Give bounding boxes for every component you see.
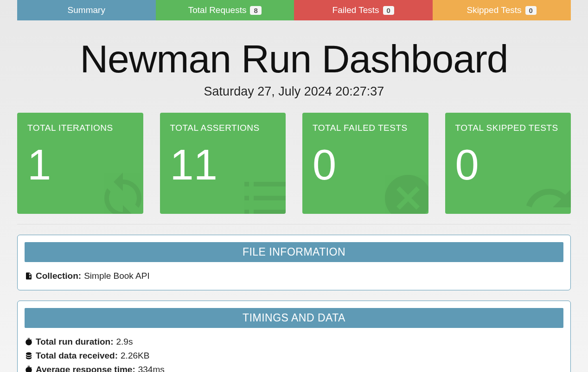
skipped-count-badge: 0: [525, 6, 537, 15]
redo-icon: [523, 170, 571, 214]
info-value: 2.26KB: [121, 351, 149, 361]
info-label: Total run duration:: [36, 337, 113, 347]
panel-heading: FILE INFORMATION: [25, 242, 563, 262]
card-total-failed: TOTAL FAILED TESTS 0: [302, 113, 428, 214]
tab-label: Summary: [68, 5, 105, 15]
info-value: 2.9s: [116, 337, 133, 347]
timings-panel: TIMINGS AND DATA Total run duration: 2.9…: [17, 301, 571, 372]
tab-skipped-tests[interactable]: Skipped Tests 0: [433, 0, 571, 20]
nav-tabs: Summary Total Requests 8 Failed Tests 0 …: [17, 0, 571, 20]
stopwatch-icon: [25, 366, 33, 372]
tab-failed-tests[interactable]: Failed Tests 0: [294, 0, 433, 20]
info-label: Total data received:: [36, 351, 118, 361]
card-label: TOTAL SKIPPED TESTS: [455, 123, 561, 133]
info-value: Simple Book API: [84, 271, 150, 281]
data-received-row: Total data received: 2.26KB: [25, 351, 563, 361]
checklist-icon: [237, 170, 286, 214]
requests-count-badge: 8: [250, 6, 261, 15]
summary-cards: TOTAL ITERATIONS 1 TOTAL ASSERTIONS 11 T…: [17, 113, 571, 224]
tab-label: Skipped Tests: [467, 5, 522, 15]
duration-row: Total run duration: 2.9s: [25, 337, 563, 347]
stopwatch-icon: [25, 338, 33, 346]
collection-row: Collection: Simple Book API: [25, 271, 563, 281]
tab-label: Total Requests: [188, 5, 247, 15]
page-title: Newman Run Dashboard: [17, 37, 571, 82]
panel-heading: TIMINGS AND DATA: [25, 308, 563, 328]
refresh-icon: [95, 170, 143, 214]
info-label: Average response time:: [36, 365, 135, 372]
info-value: 334ms: [138, 365, 165, 372]
database-icon: [25, 352, 33, 360]
card-total-iterations: TOTAL ITERATIONS 1: [17, 113, 143, 214]
tab-total-requests[interactable]: Total Requests 8: [156, 0, 294, 20]
avg-response-row: Average response time: 334ms: [25, 365, 563, 372]
run-timestamp: Saturday 27, July 2024 20:27:37: [17, 84, 571, 99]
info-label: Collection:: [36, 271, 81, 281]
error-circle-icon: [380, 170, 428, 214]
file-code-icon: [25, 272, 33, 280]
card-total-skipped: TOTAL SKIPPED TESTS 0: [445, 113, 571, 214]
card-label: TOTAL FAILED TESTS: [313, 123, 418, 133]
card-label: TOTAL ASSERTIONS: [170, 123, 276, 133]
card-total-assertions: TOTAL ASSERTIONS 11: [160, 113, 286, 214]
tab-summary[interactable]: Summary: [17, 0, 156, 20]
card-label: TOTAL ITERATIONS: [27, 123, 133, 133]
failed-count-badge: 0: [383, 6, 394, 15]
file-information-panel: FILE INFORMATION Collection: Simple Book…: [17, 235, 571, 290]
tab-label: Failed Tests: [332, 5, 379, 15]
